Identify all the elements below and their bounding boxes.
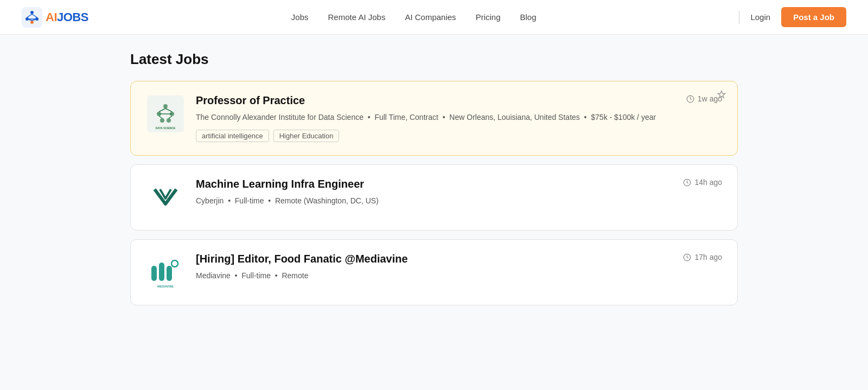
post-job-button[interactable]: Post a Job (781, 7, 846, 27)
job-title-2: Machine Learning Infra Engineer (196, 178, 657, 190)
svg-point-4 (30, 21, 34, 24)
job-time-area-3: 17h ago (668, 253, 722, 261)
svg-rect-25 (159, 263, 164, 281)
clock-icon-1 (686, 95, 694, 103)
clock-icon-3 (683, 253, 691, 261)
navbar: AIJOBS Jobs Remote AI Jobs AI Companies … (0, 0, 868, 35)
job-time-area-2: 14h ago (668, 178, 722, 187)
job-meta-2: Cyberjin • Full-time • Remote (Washingto… (196, 195, 657, 207)
logo-link[interactable]: AIJOBS (22, 7, 88, 28)
svg-point-15 (167, 118, 171, 123)
logo-ai-text: AI (46, 10, 57, 24)
svg-rect-0 (22, 7, 42, 28)
svg-point-27 (171, 260, 178, 267)
main-content: Latest Jobs DATA SCIENCE (108, 35, 760, 330)
job-time-3: 17h ago (683, 253, 722, 261)
svg-point-11 (163, 104, 168, 108)
job-info-3: [Hiring] Editor, Food Fanatic @Mediavine… (196, 253, 657, 288)
job-time-area-1: 1w ago (668, 94, 722, 103)
main-nav: Jobs Remote AI Jobs AI Companies Pricing… (291, 12, 537, 22)
nav-jobs[interactable]: Jobs (291, 12, 309, 22)
job-card-2[interactable]: Machine Learning Infra Engineer Cyberjin… (130, 164, 738, 231)
job-meta-3: Mediavine • Full-time • Remote (196, 270, 657, 282)
navbar-actions: Login Post a Job (739, 7, 846, 27)
nav-ai-companies[interactable]: AI Companies (405, 12, 456, 22)
svg-point-1 (30, 11, 34, 14)
svg-text:DATA SCIENCE: DATA SCIENCE (156, 126, 176, 130)
job-card-3[interactable]: MEDIAVINE [Hiring] Editor, Food Fanatic … (130, 239, 738, 305)
logo-jobs-text: JOBS (57, 10, 88, 24)
company-logo-3: MEDIAVINE (146, 253, 185, 292)
job-card-1[interactable]: DATA SCIENCE Professor of Practice The C… (130, 81, 738, 156)
job-title-3: [Hiring] Editor, Food Fanatic @Mediavine (196, 253, 657, 265)
login-link[interactable]: Login (750, 12, 770, 22)
nav-blog[interactable]: Blog (520, 12, 536, 22)
company-logo-2 (146, 178, 185, 217)
job-time-2: 14h ago (683, 178, 722, 187)
nav-pricing[interactable]: Pricing (476, 12, 501, 22)
clock-icon-2 (683, 178, 691, 187)
job-title-1: Professor of Practice (196, 94, 657, 107)
job-info-2: Machine Learning Infra Engineer Cyberjin… (196, 178, 657, 213)
svg-rect-26 (167, 266, 172, 281)
job-info-1: Professor of Practice The Connolly Alexa… (196, 94, 657, 142)
logo-icon (22, 7, 42, 28)
pin-icon (717, 90, 726, 102)
nav-remote-ai-jobs[interactable]: Remote AI Jobs (328, 12, 386, 22)
job-tags-1: artificial intelligence Higher Education (196, 130, 657, 142)
nav-divider (739, 11, 739, 24)
tag-ai[interactable]: artificial intelligence (196, 130, 269, 142)
svg-text:MEDIAVINE: MEDIAVINE (157, 285, 174, 288)
svg-point-14 (160, 118, 164, 123)
job-meta-1: The Connolly Alexander Institute for Dat… (196, 111, 657, 123)
company-logo-1: DATA SCIENCE (146, 94, 185, 133)
section-title: Latest Jobs (130, 51, 738, 68)
svg-rect-24 (151, 266, 157, 281)
tag-higher-education[interactable]: Higher Education (273, 130, 340, 142)
